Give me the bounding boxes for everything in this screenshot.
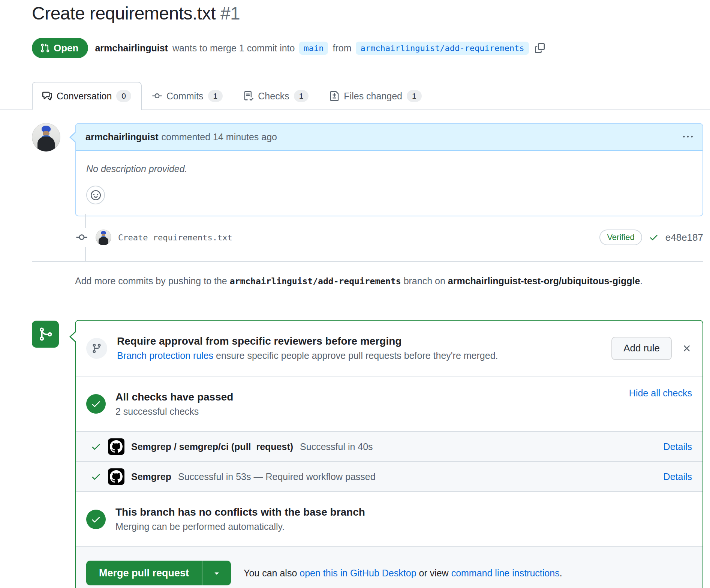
details-link[interactable]: Details — [664, 441, 692, 452]
git-branch-icon — [86, 338, 107, 359]
command-line-instructions-link[interactable]: command line instructions — [451, 568, 560, 578]
git-commit-icon — [76, 228, 87, 247]
branch-protection-rules-link[interactable]: Branch protection rules — [117, 350, 213, 361]
commit-meta: Verified e48e187 — [599, 230, 703, 245]
merge-summary: armchairlinguist wants to merge 1 commit… — [95, 42, 544, 55]
tab-checks[interactable]: Checks 1 — [233, 82, 319, 110]
pr-tab-bar: Conversation 0 Commits 1 Checks 1 Files … — [0, 81, 710, 110]
commit-row: Create requirements.txt Verified e48e187 — [76, 227, 703, 248]
comment-header: armchairlinguist commented 14 minutes ag… — [76, 124, 703, 151]
avatar[interactable] — [32, 123, 60, 152]
push-note-prefix: Add more commits by pushing to the — [75, 276, 227, 286]
push-note-repo: armchairlinguist-test-org/ubiquitous-gig… — [448, 276, 640, 286]
tab-counter: 1 — [208, 90, 223, 102]
tab-label: Checks — [258, 91, 289, 102]
git-merge-icon — [38, 327, 53, 342]
mergeability-title: This branch has no conflicts with the ba… — [115, 506, 365, 518]
tab-counter: 0 — [116, 90, 131, 102]
add-reaction-button[interactable] — [86, 186, 105, 204]
dismiss-protection-button[interactable] — [682, 343, 692, 354]
comment-options-button[interactable] — [683, 132, 693, 142]
push-note: Add more commits by pushing to the armch… — [75, 273, 703, 289]
verified-badge[interactable]: Verified — [599, 230, 642, 245]
head-branch-label[interactable]: armchairlinguist/add-requirements — [356, 42, 529, 55]
tab-conversation[interactable]: Conversation 0 — [32, 82, 142, 110]
comment-discussion-icon — [42, 91, 52, 101]
tab-counter: 1 — [294, 90, 309, 102]
merge-action-section: Merge pull request You can also open thi… — [76, 546, 703, 588]
check-name: Semgrep — [131, 471, 171, 482]
commit-message[interactable]: Create requirements.txt — [118, 233, 232, 242]
timeline-divider — [32, 261, 703, 262]
github-mark-icon — [110, 470, 123, 483]
copy-branch-button[interactable] — [535, 43, 545, 53]
mergeability-section: This branch has no conflicts with the ba… — [76, 491, 703, 546]
status-badge-label: Open — [54, 42, 78, 54]
page-title: Create requirements.txt #1 — [32, 3, 240, 24]
check-name: Semgrep / semgrep/ci (pull_request) — [131, 441, 293, 452]
tab-label: Files changed — [344, 91, 402, 102]
merge-note-middle: or view — [419, 568, 448, 578]
protection-description: Branch protection rules ensure specific … — [117, 350, 498, 361]
checklist-icon — [244, 91, 253, 101]
check-icon — [91, 471, 101, 482]
merge-button-group: Merge pull request — [86, 561, 231, 585]
tab-label: Conversation — [57, 91, 112, 102]
pr-number: #1 — [220, 3, 240, 23]
tab-label: Commits — [166, 91, 204, 102]
add-rule-button[interactable]: Add rule — [611, 337, 672, 360]
pr-status-row: Open armchairlinguist wants to merge 1 c… — [32, 38, 545, 58]
tab-files-changed[interactable]: Files changed 1 — [319, 82, 432, 110]
details-link[interactable]: Details — [664, 471, 692, 482]
github-desktop-link[interactable]: open this in GitHub Desktop — [300, 568, 416, 578]
check-status: Successful in 40s — [300, 441, 373, 452]
merge-status-icon-box — [32, 321, 59, 348]
merge-pull-request-button[interactable]: Merge pull request — [86, 561, 202, 585]
merge-note-prefix: You can also — [244, 568, 297, 578]
check-icon — [649, 232, 659, 242]
file-diff-icon — [330, 91, 339, 101]
check-icon — [91, 441, 101, 452]
comment-author[interactable]: armchairlinguist — [85, 132, 159, 142]
checks-summary-subtitle: 2 successful checks — [115, 406, 233, 417]
merge-action-text: wants to merge 1 commit into — [172, 43, 295, 54]
check-row-semgrep-ci: Semgrep / semgrep/ci (pull_request) Succ… — [76, 431, 703, 461]
success-check-icon — [86, 394, 106, 414]
comment: armchairlinguist commented 14 minutes ag… — [75, 123, 703, 216]
from-text: from — [333, 43, 351, 54]
push-note-middle: branch on — [404, 276, 445, 286]
merge-options-dropdown[interactable] — [202, 561, 231, 585]
tab-commits[interactable]: Commits 1 — [142, 82, 233, 110]
base-branch-label[interactable]: main — [299, 42, 328, 55]
protection-title: Require approval from specific reviewers… — [117, 335, 498, 347]
push-note-branch: armchairlinguist/add-requirements — [230, 276, 401, 286]
protection-description-text: ensure specific people approve pull requ… — [216, 350, 498, 361]
check-status: Successful in 53s — Required workflow pa… — [178, 471, 376, 482]
commit-author-avatar[interactable] — [96, 230, 111, 245]
git-commit-icon — [152, 91, 162, 101]
kebab-horizontal-icon — [683, 132, 693, 142]
merge-box: Require approval from specific reviewers… — [75, 320, 703, 588]
github-app-avatar — [108, 468, 124, 485]
close-icon — [682, 343, 692, 354]
github-app-avatar — [108, 438, 124, 455]
merge-alternatives-note: You can also open this in GitHub Desktop… — [244, 568, 562, 579]
commit-sha[interactable]: e48e187 — [665, 232, 703, 243]
checks-summary-title: All checks have passed — [115, 391, 233, 403]
tab-counter: 1 — [407, 90, 422, 102]
checks-summary-section: All checks have passed 2 successful chec… — [76, 376, 703, 431]
status-badge: Open — [32, 38, 88, 58]
github-mark-icon — [110, 440, 123, 453]
comment-meta: commented 14 minutes ago — [162, 132, 277, 142]
hide-all-checks-link[interactable]: Hide all checks — [629, 388, 692, 399]
check-row-semgrep: Semgrep Successful in 53s — Required wor… — [76, 461, 703, 491]
branch-protection-section: Require approval from specific reviewers… — [76, 321, 703, 376]
copy-icon — [535, 43, 545, 53]
triangle-down-icon — [212, 568, 221, 578]
merge-note-suffix: . — [560, 568, 562, 578]
comment-body: No description provided. — [76, 151, 703, 216]
smiley-icon — [91, 190, 101, 200]
pr-author[interactable]: armchairlinguist — [95, 43, 168, 54]
push-note-suffix: . — [640, 276, 643, 286]
git-pull-request-icon — [40, 43, 50, 53]
